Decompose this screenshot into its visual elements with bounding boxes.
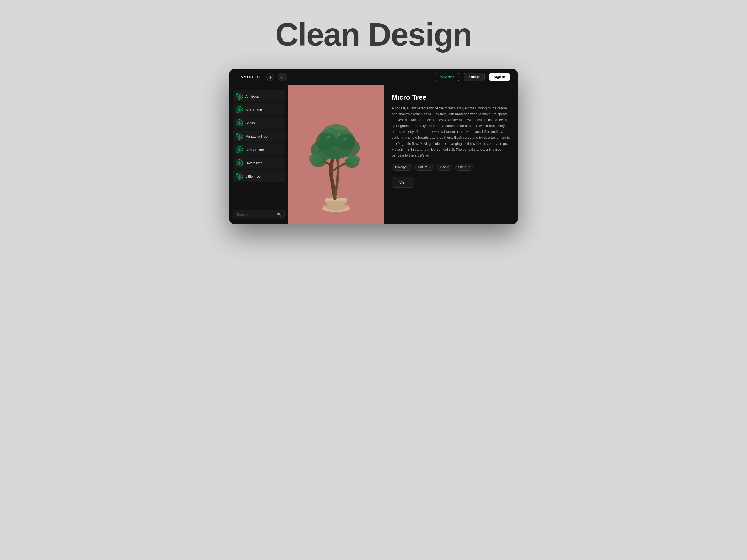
- sidebar-item-small-tree[interactable]: 🌲 Small Tree: [233, 104, 285, 116]
- tag-biology[interactable]: Biology ↗: [392, 164, 412, 171]
- sidebar: 🌲 All Trees 🌲 Small Tree 🌲 Shrub 🌲: [229, 85, 288, 224]
- app-logo: TINYTREES: [237, 75, 260, 79]
- tag-nature[interactable]: Nature ↗: [414, 164, 434, 171]
- sidebar-item-bonsai-tree[interactable]: 🌲 Bonsai Tree: [233, 143, 285, 156]
- tag-label: Shrub: [458, 165, 467, 169]
- sidebar-item-shrub[interactable]: 🌲 Shrub: [233, 117, 285, 129]
- sidebar-item-label: Dwarf Tree: [246, 161, 262, 165]
- tag-label: Nature: [418, 165, 428, 169]
- external-link-icon: ↗: [468, 166, 470, 168]
- tree-icon-wrap: 🌲: [236, 133, 243, 140]
- sidebar-item-all-trees[interactable]: 🌲 All Trees: [233, 90, 285, 102]
- sidebar-item-little-tree[interactable]: 🌲 Little Tree: [233, 170, 285, 182]
- main-layout: 🌲 All Trees 🌲 Small Tree 🌲 Shrub 🌲: [229, 85, 518, 224]
- external-link-icon: ↗: [429, 166, 431, 168]
- detail-description: A bonsai, a whispered echo of the forest…: [392, 105, 510, 158]
- tree-icon-wrap: 🌲: [236, 93, 243, 100]
- submit-button[interactable]: Submit: [464, 73, 485, 81]
- svg-point-11: [309, 154, 322, 164]
- sidebar-item-label: Bonsai Tree: [246, 148, 264, 152]
- tag-tiny[interactable]: Tiny ↗: [436, 164, 452, 171]
- tree-icon-wrap: 🌲: [236, 119, 243, 126]
- bonsai-svg: [302, 115, 371, 216]
- app-window: TINYTREES ◑ ← Advertise Submit Sign In 🌲…: [229, 69, 518, 224]
- tree-icon-wrap: 🌲: [236, 106, 243, 113]
- tag-label: Tiny: [440, 165, 445, 169]
- tree-icon-wrap: 🌲: [236, 173, 243, 180]
- svg-point-8: [316, 133, 336, 151]
- navbar: TINYTREES ◑ ← Advertise Submit Sign In: [229, 69, 518, 85]
- external-link-icon: ↗: [407, 166, 409, 168]
- tree-icon-wrap: 🌲: [236, 159, 243, 166]
- tag-label: Biology: [395, 165, 406, 169]
- detail-title: Micro Tree: [392, 93, 510, 102]
- back-button[interactable]: ←: [278, 73, 286, 81]
- tree-icon: 🌲: [237, 108, 241, 112]
- sidebar-item-label: Little Tree: [246, 175, 261, 179]
- sidebar-item-dwarf-tree[interactable]: 🌲 Dwarf Tree: [233, 157, 285, 169]
- svg-point-9: [336, 134, 355, 151]
- visit-button[interactable]: Visit: [392, 177, 414, 188]
- tree-icon: 🌲: [237, 134, 241, 138]
- svg-point-13: [348, 155, 360, 164]
- external-link-icon: ↗: [447, 166, 449, 168]
- content-area: Micro Tree A bonsai, a whispered echo of…: [288, 85, 518, 224]
- sidebar-search: 🔍: [233, 210, 285, 219]
- svg-point-15: [337, 134, 340, 136]
- detail-panel: Micro Tree A bonsai, a whispered echo of…: [384, 85, 518, 224]
- sidebar-item-miniature-tree[interactable]: 🌲 Miniature Tree: [233, 130, 285, 142]
- signin-button[interactable]: Sign In: [489, 73, 510, 81]
- tag-shrub[interactable]: Shrub ↗: [455, 164, 473, 171]
- sidebar-item-label: Small Tree: [246, 108, 262, 112]
- bonsai-image-panel: [288, 85, 384, 224]
- bonsai-illustration: [288, 85, 384, 224]
- search-icon: 🔍: [277, 213, 281, 217]
- tree-icon: 🌲: [237, 175, 241, 179]
- hero-title: Clean Design: [275, 16, 472, 53]
- svg-point-14: [327, 135, 330, 138]
- advertise-button[interactable]: Advertise: [435, 73, 459, 81]
- svg-point-16: [344, 138, 346, 140]
- tree-icon-wrap: 🌲: [236, 146, 243, 153]
- tags-row: Biology ↗ Nature ↗ Tiny ↗ Shrub ↗: [392, 164, 510, 171]
- sidebar-item-label: Miniature Tree: [246, 134, 267, 138]
- tree-icon: 🌲: [237, 161, 241, 165]
- sidebar-item-label: All Trees: [246, 95, 259, 99]
- tree-icon: 🌲: [237, 148, 241, 152]
- tree-icon: 🌲: [237, 95, 241, 99]
- theme-toggle-icon[interactable]: ◑: [266, 73, 274, 81]
- sidebar-item-label: Shrub: [246, 121, 255, 125]
- tree-icon: 🌲: [237, 121, 241, 125]
